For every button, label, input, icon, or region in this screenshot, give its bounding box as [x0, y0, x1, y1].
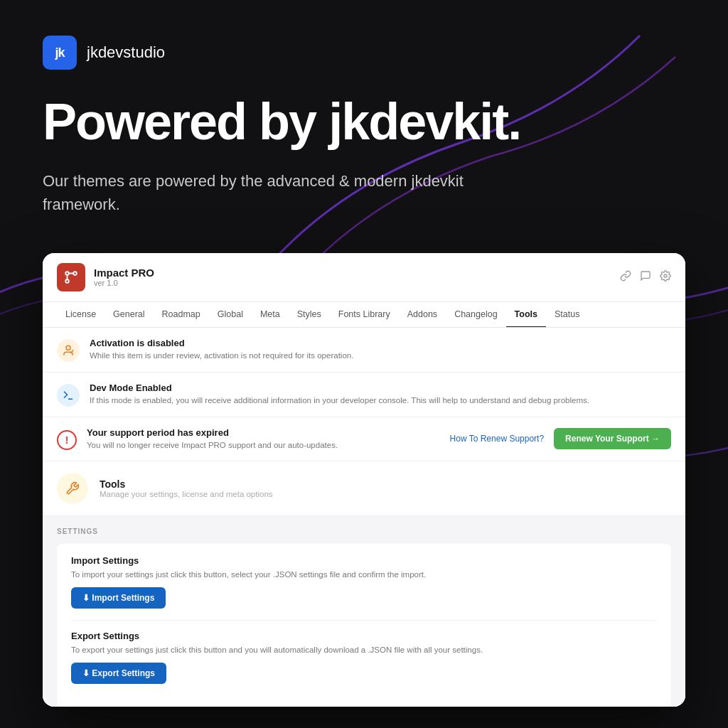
support-row: ! Your support period has expired You wi… [43, 417, 685, 461]
activation-row: Activation is disabled While this item i… [43, 328, 685, 373]
activation-title: Activation is disabled [90, 338, 671, 348]
activation-icon [57, 339, 80, 362]
svg-point-0 [65, 272, 69, 275]
plugin-body: Activation is disabled While this item i… [43, 328, 685, 707]
tools-row: Tools Manage your settings, license and … [43, 461, 685, 516]
import-settings-desc: To import your settings just click this … [71, 569, 657, 580]
tab-changelog[interactable]: Changelog [446, 302, 505, 328]
tab-tools[interactable]: Tools [506, 302, 546, 328]
support-expired-icon: ! [57, 430, 77, 450]
devmode-icon [57, 384, 80, 407]
plugin-icon [57, 263, 85, 291]
activation-desc: While this item is under review, activat… [90, 350, 671, 361]
tools-title: Tools [100, 478, 273, 490]
export-settings-desc: To export your settings just click this … [71, 644, 657, 655]
svg-point-4 [66, 346, 70, 350]
import-settings-title: Import Settings [71, 555, 657, 566]
tools-subtitle: Manage your settings, license and meta o… [100, 490, 273, 498]
tab-addons[interactable]: Addons [399, 302, 446, 328]
devmode-title: Dev Mode Enabled [90, 382, 671, 393]
tab-status[interactable]: Status [546, 302, 588, 328]
link-icon[interactable] [620, 270, 631, 284]
svg-point-1 [73, 272, 77, 275]
tab-general[interactable]: General [105, 302, 153, 328]
settings-label: SETTINGS [57, 528, 671, 535]
hero-subtitle: Our themes are powered by the advanced &… [43, 169, 526, 216]
settings-group: Import Settings To import your settings … [57, 544, 671, 707]
tab-meta[interactable]: Meta [252, 302, 289, 328]
tools-icon [57, 473, 88, 504]
tab-fonts[interactable]: Fonts Library [330, 302, 399, 328]
plugin-version: ver 1.0 [94, 279, 154, 287]
import-settings-button[interactable]: ⬇ Import Settings [71, 587, 166, 609]
hero-title: Powered by jkdevkit. [43, 95, 685, 149]
export-settings-title: Export Settings [71, 631, 657, 641]
plugin-header-icons [620, 270, 671, 284]
tab-styles[interactable]: Styles [289, 302, 330, 328]
import-settings-item: Import Settings To import your settings … [71, 555, 657, 609]
export-settings-button[interactable]: ⬇ Export Settings [71, 663, 166, 684]
tab-global[interactable]: Global [209, 302, 252, 328]
support-title: Your support period has expired [87, 427, 440, 438]
settings-section: SETTINGS Import Settings To import your … [43, 516, 685, 707]
tab-roadmap[interactable]: Roadmap [154, 302, 209, 328]
export-settings-item: Export Settings To export your settings … [71, 631, 657, 684]
plugin-tabs: License General Roadmap Global Meta Styl… [43, 302, 685, 328]
plugin-name: Impact PRO [94, 267, 154, 279]
settings-icon[interactable] [660, 270, 671, 284]
message-icon[interactable] [640, 270, 651, 284]
how-to-renew-link[interactable]: How To Renew Support? [450, 434, 545, 444]
svg-point-3 [664, 274, 667, 277]
devmode-desc: If this mode is enabled, you will receiv… [90, 395, 671, 406]
tab-license[interactable]: License [57, 302, 105, 328]
plugin-header: Impact PRO ver 1.0 [43, 253, 685, 302]
plugin-card: Impact PRO ver 1.0 [43, 253, 685, 707]
brand-logo-icon: jk [43, 36, 77, 70]
support-desc: You will no longer receive Impact PRO su… [87, 439, 440, 451]
svg-point-2 [65, 279, 69, 283]
renew-support-button[interactable]: Renew Your Support → [554, 428, 671, 449]
settings-divider [71, 620, 657, 621]
brand-name: jkdevstudio [87, 43, 165, 62]
devmode-row: Dev Mode Enabled If this mode is enabled… [43, 373, 685, 417]
